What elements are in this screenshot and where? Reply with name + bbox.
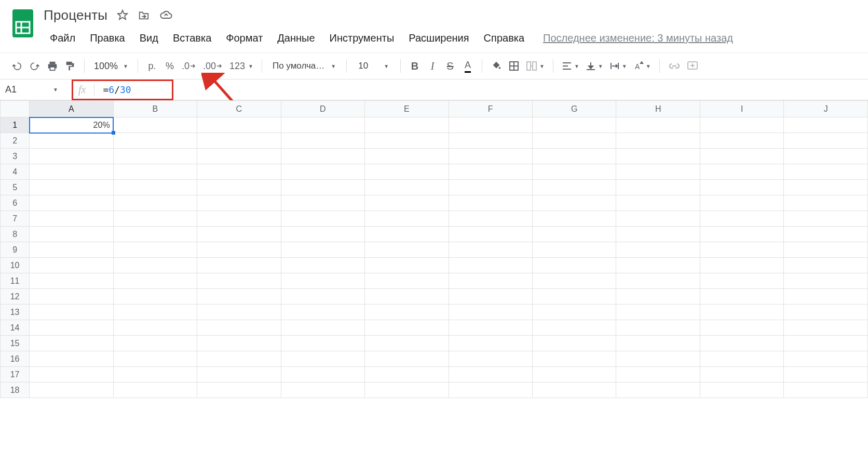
cell-H5[interactable] xyxy=(616,180,700,195)
cell-D11[interactable] xyxy=(281,273,364,289)
more-formats-button[interactable]: 123▼ xyxy=(227,57,255,75)
cell-I17[interactable] xyxy=(700,367,783,382)
row-header-9[interactable]: 9 xyxy=(1,242,30,258)
redo-button[interactable] xyxy=(27,57,43,75)
cell-D17[interactable] xyxy=(281,367,364,382)
cell-F18[interactable] xyxy=(449,382,532,398)
cell-G12[interactable] xyxy=(532,289,616,305)
cell-J13[interactable] xyxy=(784,305,868,320)
row-header-16[interactable]: 16 xyxy=(1,351,30,367)
borders-button[interactable] xyxy=(506,57,522,75)
row-header-13[interactable]: 13 xyxy=(1,305,30,320)
name-box[interactable]: A1 ▼ xyxy=(0,84,62,95)
increase-decimal-button[interactable]: .00 xyxy=(201,57,225,75)
cell-J12[interactable] xyxy=(784,289,868,305)
row-header-12[interactable]: 12 xyxy=(1,289,30,305)
cell-I15[interactable] xyxy=(700,336,783,351)
cell-J16[interactable] xyxy=(784,351,868,367)
row-header-7[interactable]: 7 xyxy=(1,211,30,227)
cell-J5[interactable] xyxy=(784,180,868,195)
cell-C16[interactable] xyxy=(197,351,281,367)
cell-A14[interactable] xyxy=(30,320,113,336)
cell-I5[interactable] xyxy=(700,180,783,195)
cell-E5[interactable] xyxy=(365,180,449,195)
cell-B9[interactable] xyxy=(113,242,197,258)
cell-C17[interactable] xyxy=(197,367,281,382)
cell-B12[interactable] xyxy=(113,289,197,305)
cell-C5[interactable] xyxy=(197,180,281,195)
cell-C4[interactable] xyxy=(197,164,281,180)
cell-D12[interactable] xyxy=(281,289,364,305)
cell-F5[interactable] xyxy=(449,180,532,195)
cell-D8[interactable] xyxy=(281,227,364,242)
cell-A18[interactable] xyxy=(30,382,113,398)
cell-I11[interactable] xyxy=(700,273,783,289)
merge-cells-button[interactable]: ▼ xyxy=(524,57,547,75)
cell-I3[interactable] xyxy=(700,149,783,164)
menu-format[interactable]: Формат xyxy=(220,29,269,47)
cell-F17[interactable] xyxy=(449,367,532,382)
cell-F14[interactable] xyxy=(449,320,532,336)
cell-F15[interactable] xyxy=(449,336,532,351)
menu-view[interactable]: Вид xyxy=(133,29,165,47)
cell-B2[interactable] xyxy=(113,133,197,149)
cell-E7[interactable] xyxy=(365,211,449,227)
cell-I16[interactable] xyxy=(700,351,783,367)
cell-C6[interactable] xyxy=(197,195,281,211)
row-header-5[interactable]: 5 xyxy=(1,180,30,195)
cell-I2[interactable] xyxy=(700,133,783,149)
cell-G7[interactable] xyxy=(532,211,616,227)
menu-insert[interactable]: Вставка xyxy=(167,29,218,47)
star-icon[interactable] xyxy=(117,9,128,21)
valign-button[interactable]: ▼ xyxy=(584,57,605,75)
cell-D2[interactable] xyxy=(281,133,364,149)
cell-H14[interactable] xyxy=(616,320,700,336)
cell-E10[interactable] xyxy=(365,258,449,273)
cell-A10[interactable] xyxy=(30,258,113,273)
cell-H13[interactable] xyxy=(616,305,700,320)
col-header-B[interactable]: B xyxy=(113,101,197,117)
cell-G18[interactable] xyxy=(532,382,616,398)
cell-B17[interactable] xyxy=(113,367,197,382)
cell-C3[interactable] xyxy=(197,149,281,164)
row-header-4[interactable]: 4 xyxy=(1,164,30,180)
col-header-J[interactable]: J xyxy=(784,101,868,117)
cell-B15[interactable] xyxy=(113,336,197,351)
cell-H15[interactable] xyxy=(616,336,700,351)
cell-H8[interactable] xyxy=(616,227,700,242)
cell-E9[interactable] xyxy=(365,242,449,258)
cell-E8[interactable] xyxy=(365,227,449,242)
cell-F13[interactable] xyxy=(449,305,532,320)
cell-J15[interactable] xyxy=(784,336,868,351)
cell-H11[interactable] xyxy=(616,273,700,289)
menu-file[interactable]: Файл xyxy=(44,29,82,47)
cell-I18[interactable] xyxy=(700,382,783,398)
row-header-15[interactable]: 15 xyxy=(1,336,30,351)
cell-D14[interactable] xyxy=(281,320,364,336)
cell-G15[interactable] xyxy=(532,336,616,351)
cell-H2[interactable] xyxy=(616,133,700,149)
document-title[interactable]: Проценты xyxy=(44,7,107,23)
cell-E4[interactable] xyxy=(365,164,449,180)
cell-H12[interactable] xyxy=(616,289,700,305)
font-size-dropdown[interactable]: 10▼ xyxy=(353,57,394,75)
cell-A17[interactable] xyxy=(30,367,113,382)
cell-E16[interactable] xyxy=(365,351,449,367)
selection-handle[interactable] xyxy=(112,131,115,135)
cell-A8[interactable] xyxy=(30,227,113,242)
col-header-E[interactable]: E xyxy=(365,101,449,117)
cell-B3[interactable] xyxy=(113,149,197,164)
row-header-14[interactable]: 14 xyxy=(1,320,30,336)
cell-B8[interactable] xyxy=(113,227,197,242)
cell-E1[interactable] xyxy=(365,117,449,133)
cell-D15[interactable] xyxy=(281,336,364,351)
cell-I13[interactable] xyxy=(700,305,783,320)
cell-E6[interactable] xyxy=(365,195,449,211)
undo-button[interactable] xyxy=(9,57,25,75)
cell-G8[interactable] xyxy=(532,227,616,242)
cell-F16[interactable] xyxy=(449,351,532,367)
cell-G11[interactable] xyxy=(532,273,616,289)
cell-J18[interactable] xyxy=(784,382,868,398)
cell-E3[interactable] xyxy=(365,149,449,164)
cell-C8[interactable] xyxy=(197,227,281,242)
